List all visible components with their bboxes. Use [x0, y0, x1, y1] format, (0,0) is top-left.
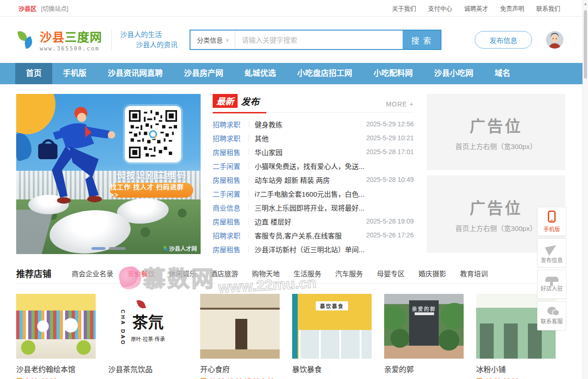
leaf-logo-icon [164, 246, 167, 251]
post-date: 2025-5-29 10:21 [366, 134, 414, 142]
nav-item[interactable]: 手机版 [52, 63, 97, 84]
shop-hours: 10：00 - 21：00 [292, 377, 372, 379]
topbar-link[interactable]: 关于我们 [392, 4, 416, 12]
post-category-link[interactable]: 招聘求职 [213, 119, 249, 129]
list-item[interactable]: 房屋租售 华山家园 2025-5-28 17:01 [213, 145, 414, 159]
post-title-link[interactable]: 小猫咪免费送，找有爱心人，免送... [255, 161, 410, 171]
shop-photo[interactable] [200, 294, 280, 359]
shop-name-link[interactable]: 亲爱的郭 [384, 363, 464, 374]
shop-name-link[interactable]: 沙县老约翰绘本馆 [16, 363, 96, 374]
shop-tab[interactable]: 美食餐饮 [127, 268, 155, 278]
topbar-link[interactable]: 诚聘英才 [464, 4, 488, 12]
post-title-link[interactable]: i7二手电脑全套1600元出售，白色... [255, 189, 410, 199]
shop-tab[interactable]: 商会企业名录 [72, 268, 113, 278]
topbar-links: 关于我们支付中心诚聘英才免责声明联系我们 [392, 4, 560, 12]
floating-button[interactable]: 手机版 [537, 207, 566, 236]
post-title-link[interactable]: 客服专员,客户关系,在线客服 [255, 230, 362, 240]
list-item[interactable]: 招聘求职 健身教练 2025-5-29 12:56 [213, 117, 414, 131]
shop-name-link[interactable]: 开心食府 [200, 363, 280, 374]
post-category-link[interactable]: 房屋租售 [213, 147, 249, 157]
shop-tab[interactable]: 教育培训 [460, 268, 488, 278]
shop-card[interactable]: 亲爱的郭 亲爱的郭 11：00-21：30 [384, 294, 464, 379]
list-item[interactable]: 二手闲置 小猫咪免费送，找有爱心人，免送... [213, 159, 414, 173]
post-title-link[interactable]: 其他 [255, 133, 362, 143]
nav-item[interactable]: 首页 [15, 63, 52, 84]
search-bar: 分类信息 ∨ 搜 索 [190, 30, 441, 50]
topbar-link[interactable]: 支付中心 [428, 4, 452, 12]
floating-button[interactable]: 联系客服 [537, 301, 566, 330]
scrollbar-thumb[interactable] [584, 10, 587, 79]
shop-tab[interactable]: 汽车服务 [335, 268, 363, 278]
more-link[interactable]: MORE + [386, 100, 414, 108]
shop-category-tabs: 商会企业名录美食餐饮休闲娱乐酒店旅游购物天地生活服务汽车服务母婴专区婚庆摄影教育… [72, 268, 488, 278]
shop-card[interactable]: 暴饮暴食 暴饮暴食 10：00 - 21：00 [292, 294, 372, 379]
post-title-link[interactable]: 三明水上乐园即将开业，现将最好... [255, 203, 410, 212]
search-input[interactable] [235, 31, 403, 49]
post-title-link[interactable]: 健身教练 [255, 119, 362, 129]
shop-card[interactable]: 开心食府 11:00-13:00 17:00-2-00 [200, 294, 280, 379]
shop-photo[interactable] [16, 294, 96, 359]
nav-item[interactable]: 小吃配料网 [363, 63, 423, 84]
list-item[interactable]: 房屋租售 边直 楼层好 2025-5-28 19:09 [213, 214, 414, 228]
search-button[interactable]: 搜 索 [403, 31, 441, 49]
post-category-link[interactable]: 二手闲置 [213, 189, 249, 199]
divider [249, 204, 249, 211]
publish-info-button[interactable]: 发布信息 [475, 31, 532, 49]
shop-tab[interactable]: 母婴专区 [377, 268, 404, 278]
site-logo[interactable]: 沙县三度网 www.365500.com [18, 28, 102, 52]
shop-photo[interactable]: 暴饮暴食 [292, 294, 372, 359]
shop-card[interactable]: CHA DAO 茶氘 原叶·拉茶·传承 沙县茶氘饮品 9：00~21：00 [108, 294, 188, 379]
post-category-link[interactable]: 招聘求职 [213, 230, 249, 240]
post-title-link[interactable]: 动车站旁 超新 精装 两房 [255, 175, 362, 185]
ad-slot[interactable]: 广告位 首页上方右侧（宽300px） [427, 94, 565, 170]
post-title-link[interactable]: 华山家园 [255, 147, 362, 157]
shop-photo[interactable]: 亲爱的郭 [384, 294, 464, 359]
search-category-dropdown[interactable]: 分类信息 ∨ [190, 31, 235, 49]
nav-item[interactable]: 沙县资讯网直聘 [97, 63, 173, 84]
list-item[interactable]: 招聘求职 客服专员,客户关系,在线客服 2025-5-26 17:26 [213, 228, 414, 242]
floating-button[interactable]: 发布信息 [537, 238, 566, 267]
post-title-link[interactable]: 边直 楼层好 [255, 217, 362, 226]
list-item[interactable]: 商业信息 三明水上乐园即将开业，现将最好... [213, 200, 414, 214]
post-category-link[interactable]: 房屋租售 [213, 217, 249, 226]
post-category-link[interactable]: 招聘求职 [213, 133, 249, 143]
switch-site-link[interactable]: [切换站点] [41, 5, 68, 12]
shop-photo[interactable]: CHA DAO 茶氘 原叶·拉茶·传承 [108, 294, 188, 359]
shop-tab[interactable]: 购物天地 [252, 268, 280, 278]
list-item[interactable]: 房屋租售 动车站旁 超新 精装 两房 2025-5-28 10:49 [213, 173, 414, 186]
topbar-link[interactable]: 联系我们 [536, 4, 560, 12]
divider [249, 246, 249, 252]
post-category-link[interactable]: 房屋租售 [213, 175, 249, 185]
list-item[interactable]: 二手闲置 i7二手电脑全套1600元出售，白色... [213, 186, 414, 200]
ad-slot-title: 广告位 [470, 114, 522, 137]
banner-cta-button[interactable]: 找工作 找人才 扫码进群 >> [110, 183, 193, 198]
post-category-link[interactable]: 二手闲置 [213, 161, 249, 171]
post-category-link[interactable]: 房屋租售 [213, 244, 249, 254]
shop-tab[interactable]: 生活服务 [294, 268, 321, 278]
shop-tab[interactable]: 婚庆摄影 [418, 268, 446, 278]
nav-item[interactable]: 虬城优选 [234, 63, 287, 84]
shop-name-link[interactable]: 冰粉小铺 [476, 363, 556, 374]
scrollbar-up-arrow[interactable]: ▲ [583, 0, 588, 6]
nav-item[interactable]: 沙县房产网 [173, 63, 234, 84]
shop-cards: 沙县老约翰绘本馆 9:00~20:30 CHA DAO 茶氘 原叶·拉茶·传承 … [16, 294, 565, 379]
shop-tab[interactable]: 休闲娱乐 [169, 268, 196, 278]
carousel-indicator[interactable] [92, 247, 126, 250]
shop-name-link[interactable]: 暴饮暴食 [292, 363, 372, 374]
nav-item[interactable]: 域名 [484, 63, 521, 84]
user-avatar[interactable] [546, 31, 564, 49]
post-category-link[interactable]: 商业信息 [213, 203, 249, 212]
divider [249, 190, 249, 197]
topbar-link[interactable]: 免责声明 [500, 4, 524, 12]
shop-card[interactable]: 沙县老约翰绘本馆 9:00~20:30 [16, 294, 96, 379]
shop-name-link[interactable]: 沙县茶氘饮品 [108, 363, 188, 374]
list-item[interactable]: 招聘求职 其他 2025-5-29 10:21 [213, 131, 414, 145]
shop-tab[interactable]: 酒店旅游 [210, 268, 238, 278]
floating-button[interactable]: 好店入驻 [537, 270, 566, 299]
banner-carousel[interactable]: 长按识别二维码 找工作 找人才 扫码进群 >> 沙县人才网 [16, 94, 201, 254]
nav-item[interactable]: 小吃盘店招工网 [287, 63, 363, 84]
post-title-link[interactable]: 沙县洋坊新村（近三明北站）单间... [255, 244, 410, 254]
shop-sign-text: 暴饮暴食 [316, 301, 348, 311]
nav-item[interactable]: 沙县小吃网 [423, 63, 484, 84]
list-item[interactable]: 房屋租售 沙县洋坊新村（近三明北站）单间... [213, 242, 414, 256]
